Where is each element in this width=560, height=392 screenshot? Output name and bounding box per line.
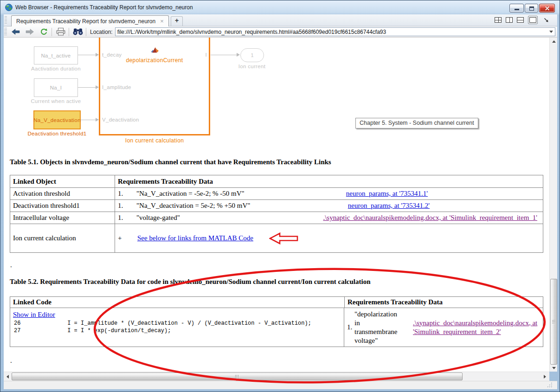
layout-single-icon <box>529 17 536 23</box>
table1-title: Table 5.1. Objects in slvnvdemo_neuron/S… <box>10 158 331 166</box>
requirement-link[interactable]: neuron_params, at '735341.1' <box>346 190 428 198</box>
location-label: Location: <box>90 29 113 35</box>
see-below-link[interactable]: See below for links from MATLAB Code <box>137 234 253 242</box>
undock-arrow-icon[interactable] <box>544 18 549 23</box>
close-button[interactable] <box>539 4 555 13</box>
block-na-i[interactable]: Na_I <box>34 78 78 97</box>
arrowhead-icon <box>96 85 99 89</box>
requirement-text: "Na_V_activation = -5e-2; % -50 mV" <box>136 190 245 198</box>
linked-object-cell: Ion current calculation <box>10 224 115 252</box>
column-header-linked-object: Linked Object <box>10 175 115 187</box>
code-line-27: 27 I = I * exp(-duration/t_decay); <box>10 327 344 334</box>
signal-line <box>81 120 97 120</box>
requirement-text: "depolarization in transmembrane voltage… <box>354 310 402 345</box>
port-out-i: I <box>199 52 207 58</box>
outport-block[interactable]: 1 <box>240 48 264 62</box>
table-row: Ion current calculation + See below for … <box>10 224 543 252</box>
tab-close-icon[interactable]: × <box>160 18 164 24</box>
requirement-doc-link[interactable]: .\synaptic_doc\nauralspikemodeling.docx,… <box>323 214 537 222</box>
layout-vertical-split-icon[interactable] <box>506 17 513 23</box>
port-v-deactivation: V_deactivation <box>102 117 139 122</box>
status-bar <box>4 381 557 389</box>
signal-line <box>211 55 238 55</box>
linked-code-cell: Show in Editor 26 I = I_amplitude * (V_d… <box>10 308 344 347</box>
maximize-button[interactable] <box>525 4 538 13</box>
location-field <box>115 27 555 36</box>
scroll-left-button[interactable] <box>4 373 11 381</box>
column-header-linked-code: Linked Code <box>10 297 344 308</box>
matlab-logo-icon <box>151 47 159 54</box>
list-number: 1. <box>118 202 136 210</box>
requirement-text: "Na_V_deactivation = 5e-2; % +50 mV" <box>136 202 250 210</box>
chapter-tooltip: Chapter 5. System - Sodium channel curre… <box>355 118 478 129</box>
code-line-26: 26 I = I_amplitude * (V_deactivation - V… <box>10 320 344 327</box>
location-input[interactable] <box>116 28 547 35</box>
paragraph-dot: . <box>10 261 12 269</box>
report-page: Na_t_active Aactivation duration Na_I Cu… <box>4 38 549 372</box>
new-tab-button[interactable]: + <box>171 16 183 26</box>
back-button[interactable] <box>11 27 21 37</box>
table1-header-row: Linked Object Requirements Traceability … <box>10 175 543 187</box>
forward-icon <box>26 29 34 35</box>
list-number: 1. <box>347 323 354 331</box>
requirement-doc-link[interactable]: .\synaptic_doc\nauralspikemodeling.docx,… <box>413 319 543 336</box>
list-number: 1. <box>118 214 136 222</box>
arrowhead-icon <box>96 118 99 122</box>
requirement-link[interactable]: neuron_params, at '735341.2' <box>348 202 430 210</box>
requirement-text: "voltage-gated" <box>136 214 180 222</box>
chevron-down-icon <box>549 31 553 33</box>
minimize-icon <box>515 9 519 10</box>
subsystem-title: depolarizationCurrent <box>99 57 210 64</box>
signal-line <box>78 87 97 88</box>
vertical-scroll-thumb[interactable] <box>550 279 557 365</box>
column-header-req-data: Requirements Traceability Data <box>115 175 543 187</box>
minimize-button[interactable] <box>509 4 524 13</box>
column-header-req-data: Requirements Traceability Data <box>344 297 543 308</box>
toolbar-grip[interactable] <box>4 28 7 36</box>
linked-object-cell: Intracellular voltage <box>10 212 115 224</box>
refresh-icon <box>40 28 48 36</box>
find-button[interactable] <box>73 27 83 37</box>
location-dropdown-button[interactable] <box>547 28 555 36</box>
tab-requirements-report[interactable]: Requirements Traceability Report for slv… <box>11 15 169 26</box>
tabbar-grip[interactable] <box>5 16 7 24</box>
binoculars-icon <box>73 28 83 35</box>
layout-single-selected[interactable] <box>528 16 538 24</box>
navigation-toolbar: Location: <box>4 26 557 38</box>
globe-icon <box>5 4 13 11</box>
signal-line <box>78 55 97 55</box>
title-bar: Web Browser - Requirements Traceability … <box>0 0 560 14</box>
layout-grid-icon[interactable] <box>495 17 502 23</box>
outport-caption: Ion current <box>229 64 275 69</box>
show-in-editor-link[interactable]: Show in Editor <box>10 308 344 320</box>
refresh-button[interactable] <box>39 27 49 37</box>
list-number: 1. <box>118 190 136 198</box>
toolbar-separator <box>86 28 86 36</box>
maximize-icon <box>529 6 534 11</box>
table2-header-row: Linked Code Requirements Traceability Da… <box>10 297 543 308</box>
resize-grip[interactable] <box>547 382 553 388</box>
layout-horizontal-split-icon[interactable] <box>517 17 524 23</box>
horizontal-scrollbar[interactable] <box>4 372 549 381</box>
print-icon <box>56 28 65 36</box>
arrowhead-icon <box>237 53 240 57</box>
table2: Linked Code Requirements Traceability Da… <box>10 296 543 347</box>
table-row: Activation threshold 1. "Na_V_activation… <box>10 187 543 199</box>
linked-object-cell: Deactivation threshold1 <box>10 200 115 212</box>
horizontal-scroll-thumb[interactable] <box>12 373 463 380</box>
expand-plus[interactable]: + <box>118 234 136 242</box>
block-na-v-deactivation[interactable]: Na_V_deactivation <box>33 110 81 129</box>
scroll-right-button[interactable] <box>541 373 548 381</box>
port-i-amplitude: I_amplitude <box>102 84 131 90</box>
scroll-down-button[interactable] <box>550 364 558 372</box>
scroll-up-button[interactable] <box>550 38 558 45</box>
forward-button[interactable] <box>25 27 35 37</box>
arrow-right-icon <box>544 375 546 379</box>
block-na-t-active[interactable]: Na_t_active <box>34 46 78 64</box>
vertical-scrollbar[interactable] <box>549 38 557 372</box>
req-data-cell: 1. "depolarization in transmembrane volt… <box>344 308 543 347</box>
print-button[interactable] <box>56 27 66 37</box>
browser-window: Web Browser - Requirements Traceability … <box>0 0 560 392</box>
subsystem-caption: Ion current calculation <box>99 137 210 144</box>
block-caption: Current when active <box>22 98 90 104</box>
